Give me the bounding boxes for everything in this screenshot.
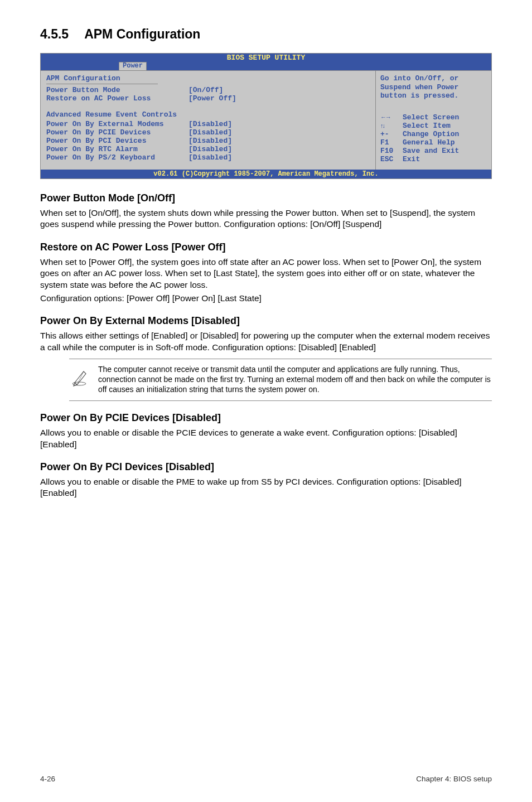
bios-hints: ←→Select Screen↑↓Select Item+-Change Opt… xyxy=(380,114,487,164)
bios-option-value: [Power Off] xyxy=(188,94,236,103)
bios-hint-text: Select Item xyxy=(403,122,451,131)
bios-option-label: Power On By RTC Alarm xyxy=(46,145,188,153)
divider xyxy=(46,84,158,84)
bios-body: APM Configuration Power Button Mode[On/O… xyxy=(41,70,491,169)
para-external-modems: This allows either settings of [Enabled]… xyxy=(40,330,492,353)
bios-option-label: Power On By PCI Devices xyxy=(46,137,188,145)
subheading-pcie-devices: Power On By PCIE Devices [Disabled] xyxy=(40,412,492,424)
bios-hint-row: F1General Help xyxy=(380,139,487,147)
bios-hint-key: F10 xyxy=(380,147,403,156)
bios-option-label: Power On By PCIE Devices xyxy=(46,128,188,137)
bios-option-label: Restore on AC Power Loss xyxy=(46,94,188,103)
bios-screenshot: BIOS SETUP UTILITY Power APM Configurati… xyxy=(40,53,492,179)
bios-hint-key: +- xyxy=(380,131,403,139)
pencil-icon xyxy=(69,365,98,389)
para-restore-ac-1: When set to [Power Off], the system goes… xyxy=(40,257,492,291)
bios-hint-text: Exit xyxy=(403,156,420,164)
bios-hint-row: ESCExit xyxy=(380,156,487,164)
bios-footer: v02.61 (C)Copyright 1985-2007, American … xyxy=(41,170,491,178)
bios-hint-text: General Help xyxy=(403,139,455,147)
bios-left-title: APM Configuration xyxy=(46,74,370,83)
bios-option-label: Power On By External Modems xyxy=(46,120,188,128)
bios-hint-key: ESC xyxy=(380,156,403,164)
subheading-pci-devices: Power On By PCI Devices [Disabled] xyxy=(40,461,492,473)
page-footer: 4-26 Chapter 4: BIOS setup xyxy=(40,775,492,783)
para-pci-devices: Allows you to enable or disable the PME … xyxy=(40,476,492,499)
bios-option-row: Power Button Mode[On/Off] xyxy=(46,86,370,94)
bios-option-row: Power On By External Modems[Disabled] xyxy=(46,120,370,128)
bios-option-row: Power On By RTC Alarm[Disabled] xyxy=(46,145,370,153)
bios-option-value: [Disabled] xyxy=(188,153,232,162)
bios-option-label: Power Button Mode xyxy=(46,86,188,94)
bios-hint-text: Save and Exit xyxy=(403,147,459,156)
section-title-text: APM Configuration xyxy=(84,27,200,41)
subheading-external-modems: Power On By External Modems [Disabled] xyxy=(40,315,492,327)
section-heading: 4.5.5APM Configuration xyxy=(40,27,492,42)
bios-subhead: Advanced Resume Event Controls xyxy=(46,110,370,119)
bios-right-panel: Go into On/Off, or Suspend when Power bu… xyxy=(375,71,491,169)
para-power-button-mode: When set to [On/Off], the system shuts d… xyxy=(40,207,492,230)
page-number: 4-26 xyxy=(40,775,55,783)
bios-help-text: Go into On/Off, or Suspend when Power bu… xyxy=(380,74,487,100)
bios-tab-power: Power xyxy=(119,62,147,70)
bios-option-label: Power On By PS/2 Keyboard xyxy=(46,153,188,162)
bios-hint-key: ↑↓ xyxy=(380,122,403,131)
note-text: The computer cannot receive or transmit … xyxy=(98,365,492,395)
subheading-power-button-mode: Power Button Mode [On/Off] xyxy=(40,192,492,204)
bios-hint-key: F1 xyxy=(380,139,403,147)
bios-tab-row: Power xyxy=(41,62,491,70)
bios-option-value: [Disabled] xyxy=(188,137,232,145)
note-box: The computer cannot receive or transmit … xyxy=(69,359,492,401)
bios-hint-row: ←→Select Screen xyxy=(380,114,487,122)
bios-option-row: Restore on AC Power Loss[Power Off] xyxy=(46,94,370,103)
bios-hint-row: +-Change Option xyxy=(380,131,487,139)
bios-hint-text: Select Screen xyxy=(403,114,459,122)
para-pcie-devices: Allows you to enable or disable the PCIE… xyxy=(40,427,492,450)
bios-option-row: Power On By PCI Devices[Disabled] xyxy=(46,137,370,145)
bios-hint-text: Change Option xyxy=(403,131,459,139)
bios-hint-row: F10Save and Exit xyxy=(380,147,487,156)
bios-option-row: Power On By PS/2 Keyboard[Disabled] xyxy=(46,153,370,162)
bios-title: BIOS SETUP UTILITY xyxy=(41,54,491,62)
bios-option-value: [On/Off] xyxy=(188,86,223,94)
bios-left-panel: APM Configuration Power Button Mode[On/O… xyxy=(41,71,375,169)
section-number: 4.5.5 xyxy=(40,27,69,42)
chapter-label: Chapter 4: BIOS setup xyxy=(416,775,492,783)
bios-hint-key: ←→ xyxy=(380,114,403,122)
para-restore-ac-2: Configuration options: [Power Off] [Powe… xyxy=(40,293,492,304)
bios-option-row: Power On By PCIE Devices[Disabled] xyxy=(46,128,370,137)
bios-header: BIOS SETUP UTILITY Power xyxy=(41,54,491,70)
bios-hint-row: ↑↓Select Item xyxy=(380,122,487,131)
bios-option-value: [Disabled] xyxy=(188,128,232,137)
subheading-restore-ac: Restore on AC Power Loss [Power Off] xyxy=(40,241,492,253)
bios-option-value: [Disabled] xyxy=(188,120,232,128)
bios-option-value: [Disabled] xyxy=(188,145,232,153)
